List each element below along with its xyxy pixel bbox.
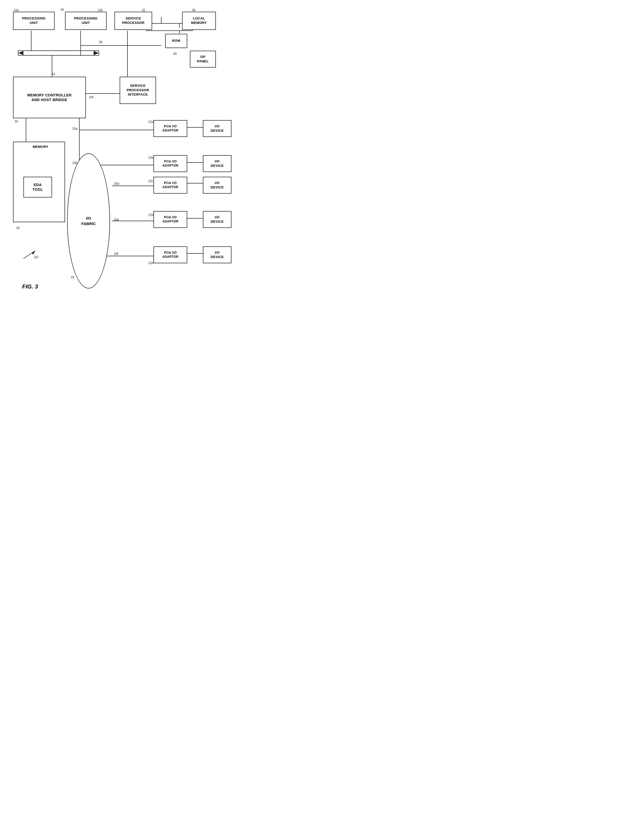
svg-rect-2 <box>18 51 99 55</box>
op-panel: OP PANEL <box>190 51 216 68</box>
service-processor-interface: SERVICE PROCESSOR INTERFACE <box>120 77 156 104</box>
processing-unit-b: PROCESSING UNIT <box>65 12 107 30</box>
ref-28: 28 <box>71 275 74 279</box>
ref-10-arrow <box>21 249 41 260</box>
ref-22b: 22b <box>148 156 154 159</box>
ref-38: 38 <box>192 8 195 12</box>
svg-marker-4 <box>93 51 99 55</box>
local-memory: LOCAL MEMORY <box>182 12 216 30</box>
ref-16: 16 <box>14 120 18 123</box>
io-device-d: I/O DEVICE <box>203 211 231 228</box>
ref-22c: 22c <box>148 179 153 183</box>
ref-32: 32 <box>142 8 145 12</box>
io-device-e: I/O DEVICE <box>203 246 231 263</box>
service-processor: SERVICE PROCESSOR <box>114 12 152 30</box>
ref-22a: 22a <box>148 120 154 124</box>
pcie-adaptor-b: PCIe I/O ADAPTOR <box>154 155 187 172</box>
svg-marker-44 <box>32 251 35 255</box>
fig-label: FIG. 3 <box>22 283 38 290</box>
ref-36: 36 <box>99 40 102 44</box>
memory-controller: MEMORY CONTROLLER AND HOST BRIDGE <box>13 77 86 118</box>
ref-20d: 20d <box>114 182 119 186</box>
ref-12a: 12a <box>14 8 19 12</box>
io-device-c: I/O DEVICE <box>203 177 231 194</box>
svg-marker-3 <box>18 51 24 55</box>
processing-unit-a: PROCESSING UNIT <box>13 12 55 30</box>
ref-40: 40 <box>173 52 177 55</box>
ref-20c: 20c <box>89 95 94 99</box>
ref-14: 14 <box>52 72 55 76</box>
pcie-adaptor-d: PCIe I/O ADAPTOR <box>154 211 187 228</box>
ref-20e: 20e <box>114 218 119 221</box>
ref-12b: 12b <box>98 8 103 12</box>
pcie-adaptor-e: PCIe I/O ADAPTOR <box>154 246 187 263</box>
ref-22d: 22d <box>148 213 154 217</box>
eda-tool: EDA TOOL <box>24 177 52 197</box>
rom: ROM <box>165 34 187 48</box>
pcie-adaptor-a: PCIe I/O ADAPTOR <box>154 120 187 137</box>
diagram: 12a 34 12b 32 38 36 14 42 40 16 20a 20b … <box>0 0 247 327</box>
io-device-b: I/O DEVICE <box>203 155 231 172</box>
ref-20f: 20f <box>114 252 118 256</box>
io-device-a: I/O DEVICE <box>203 120 231 137</box>
pcie-adaptor-c: PCIe I/O ADAPTOR <box>154 177 187 194</box>
ref-22e: 22e <box>148 261 154 265</box>
ref-20a: 20a <box>72 127 78 131</box>
ref-34: 34 <box>60 8 64 11</box>
io-fabric: I/O FABRIC <box>67 153 110 289</box>
ref-18: 18 <box>16 226 19 230</box>
